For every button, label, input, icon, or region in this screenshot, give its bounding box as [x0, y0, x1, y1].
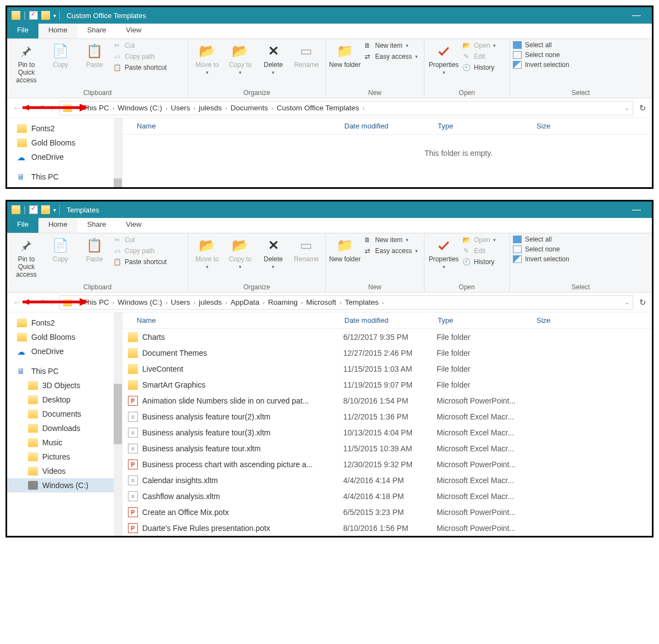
- nav-item[interactable]: Music: [7, 435, 122, 450]
- properties-button[interactable]: Properties▾: [428, 41, 460, 75]
- col-size[interactable]: Size: [531, 122, 564, 130]
- copy-button[interactable]: 📄 Copy: [44, 41, 76, 69]
- move-to-button[interactable]: 📂Move to▾: [192, 236, 222, 270]
- forward-button[interactable]: →: [27, 103, 36, 113]
- tab-file[interactable]: File: [7, 24, 38, 38]
- copy-path-button[interactable]: ▭Copy path: [113, 247, 167, 255]
- paste-button[interactable]: 📋 Paste: [79, 236, 110, 263]
- copy-to-button[interactable]: 📂Copy to▾: [225, 41, 255, 75]
- properties-qat-icon[interactable]: [29, 205, 38, 214]
- nav-item[interactable]: Videos: [7, 464, 122, 478]
- delete-button[interactable]: ✕Delete▾: [258, 41, 289, 75]
- breadcrumb-segment[interactable]: Users: [171, 298, 190, 306]
- scrollbar-thumb[interactable]: [114, 178, 122, 187]
- copy-path-button[interactable]: ▭Copy path: [113, 52, 167, 61]
- tab-file[interactable]: File: [7, 218, 38, 233]
- file-row[interactable]: SmartArt Graphics 11/19/2015 9:07 PM Fil…: [122, 377, 652, 393]
- titlebar[interactable]: | ▾ Custom Office Templates —: [7, 7, 652, 24]
- col-date[interactable]: Date modified: [339, 316, 432, 324]
- file-row[interactable]: P Business process chart with ascending …: [122, 456, 652, 472]
- nav-item[interactable]: Documents: [7, 407, 122, 421]
- tab-home[interactable]: Home: [38, 24, 77, 38]
- breadcrumb-segment[interactable]: julesds: [199, 298, 222, 306]
- breadcrumb-segment[interactable]: This PC: [83, 104, 109, 112]
- new-item-button[interactable]: 🗎New item ▾: [363, 236, 418, 244]
- move-to-button[interactable]: 📂Move to▾: [192, 41, 222, 75]
- tab-view[interactable]: View: [116, 218, 151, 233]
- minimize-button[interactable]: —: [626, 7, 647, 24]
- back-button[interactable]: ←: [13, 298, 21, 307]
- copy-to-button[interactable]: 📂Copy to▾: [225, 236, 255, 270]
- nav-item[interactable]: 3D Objects: [7, 378, 122, 393]
- scrollbar-thumb[interactable]: [114, 384, 122, 444]
- scrollbar-track[interactable]: [114, 312, 122, 536]
- file-row[interactable]: ≡ Calendar insights.xltm 4/4/2016 4:14 P…: [122, 472, 652, 488]
- refresh-button[interactable]: ↻: [636, 298, 649, 307]
- new-item-button[interactable]: 🗎New item ▾: [363, 41, 418, 50]
- history-button[interactable]: 🕘History: [462, 63, 496, 72]
- file-row[interactable]: P Duarte's Five Rules presentation.potx …: [122, 520, 652, 536]
- nav-item[interactable]: Windows (C:): [7, 478, 122, 492]
- breadcrumb-segment[interactable]: AppData: [231, 298, 260, 306]
- new-folder-qat-icon[interactable]: [41, 11, 50, 20]
- up-button[interactable]: ↑: [49, 298, 54, 307]
- open-button[interactable]: 📂Open ▾: [462, 41, 496, 50]
- edit-button[interactable]: ✎Edit: [462, 247, 496, 255]
- nav-item[interactable]: Gold Blooms: [7, 330, 122, 344]
- tab-share[interactable]: Share: [77, 218, 116, 233]
- pin-to-quick-access-button[interactable]: Pin to Quick access: [10, 41, 42, 84]
- cut-button[interactable]: ✂Cut: [113, 236, 167, 244]
- breadcrumb[interactable]: ›This PC›Windows (C:)›Users›julesds›Docu…: [59, 101, 633, 115]
- scrollbar-track[interactable]: [114, 118, 122, 187]
- col-name[interactable]: Name: [122, 122, 339, 130]
- breadcrumb-segment[interactable]: Templates: [345, 298, 379, 306]
- col-date[interactable]: Date modified: [339, 122, 432, 130]
- paste-button[interactable]: 📋 Paste: [79, 41, 110, 69]
- delete-button[interactable]: ✕Delete▾: [258, 236, 289, 270]
- select-none-button[interactable]: Select none: [513, 245, 569, 253]
- open-button[interactable]: 📂Open ▾: [462, 236, 496, 244]
- rename-button[interactable]: ▭Rename: [291, 41, 322, 69]
- nav-item[interactable]: 🖥This PC: [7, 170, 122, 184]
- history-button[interactable]: 🕘History: [462, 257, 496, 266]
- nav-item[interactable]: Fonts2: [7, 316, 122, 330]
- recent-button[interactable]: ▾: [41, 298, 44, 307]
- edit-button[interactable]: ✎Edit: [462, 52, 496, 61]
- invert-selection-button[interactable]: Invert selection: [513, 255, 569, 263]
- recent-button[interactable]: ▾: [41, 103, 44, 113]
- nav-item[interactable]: Downloads: [7, 421, 122, 435]
- col-type[interactable]: Type: [432, 122, 531, 130]
- qat-dropdown-icon[interactable]: ▾: [53, 207, 56, 213]
- properties-button[interactable]: Properties▾: [428, 236, 460, 270]
- nav-item[interactable]: ☁OneDrive: [7, 344, 122, 359]
- select-all-button[interactable]: Select all: [513, 41, 569, 49]
- file-row[interactable]: ≡ Business analysis feature tour(2).xltm…: [122, 408, 652, 424]
- tab-share[interactable]: Share: [77, 24, 116, 38]
- nav-item[interactable]: Gold Blooms: [7, 136, 122, 150]
- file-row[interactable]: ≡ Cashflow analysis.xltm 4/4/2016 4:18 P…: [122, 488, 652, 504]
- breadcrumb-segment[interactable]: Windows (C:): [118, 298, 162, 306]
- chevron-down-icon[interactable]: ⌄: [625, 300, 629, 305]
- breadcrumb-segment[interactable]: Roaming: [268, 298, 298, 306]
- paste-shortcut-button[interactable]: 📋Paste shortcut: [113, 257, 167, 266]
- file-row[interactable]: ≡ Business analysis feature tour(3).xltm…: [122, 424, 652, 440]
- file-row[interactable]: P Animation slide Numbers slide in on cu…: [122, 393, 652, 408]
- pin-to-quick-access-button[interactable]: Pin to Quick access: [10, 236, 42, 278]
- forward-button[interactable]: →: [27, 298, 36, 307]
- breadcrumb-segment[interactable]: julesds: [199, 104, 222, 112]
- minimize-button[interactable]: —: [626, 201, 647, 218]
- properties-qat-icon[interactable]: [29, 11, 38, 20]
- nav-item[interactable]: ☁OneDrive: [7, 150, 122, 164]
- nav-item[interactable]: Desktop: [7, 393, 122, 407]
- rename-button[interactable]: ▭Rename: [291, 236, 322, 263]
- invert-selection-button[interactable]: Invert selection: [513, 61, 569, 69]
- copy-button[interactable]: 📄 Copy: [44, 236, 76, 263]
- col-size[interactable]: Size: [531, 316, 564, 324]
- breadcrumb-segment[interactable]: Users: [171, 104, 190, 112]
- nav-item[interactable]: 🖥This PC: [7, 364, 122, 378]
- nav-item[interactable]: Pictures: [7, 450, 122, 464]
- file-row[interactable]: Charts 6/12/2017 9:35 PM File folder: [122, 329, 652, 345]
- qat-dropdown-icon[interactable]: ▾: [53, 13, 56, 19]
- tab-home[interactable]: Home: [38, 218, 77, 233]
- col-name[interactable]: Name: [122, 316, 339, 324]
